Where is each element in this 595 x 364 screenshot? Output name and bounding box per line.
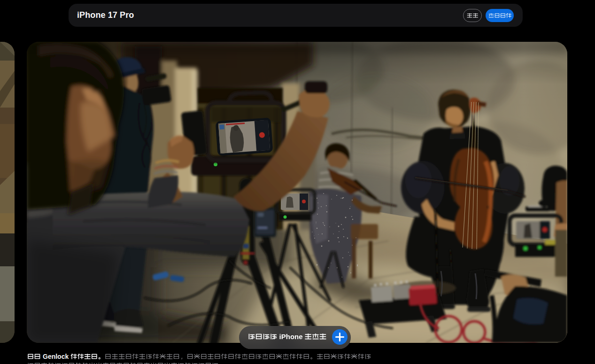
svg-text:iPhone: iPhone [279,333,303,341]
svg-text:Genlock: Genlock [43,353,69,360]
